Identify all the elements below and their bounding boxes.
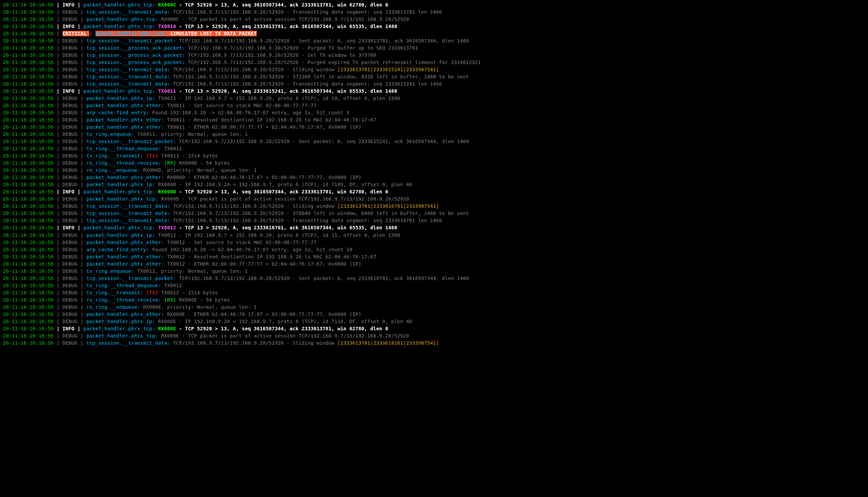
log-message: RX000D - ETHER b2:84:40:76:17:67 > 02:00…: [164, 175, 361, 180]
log-separator: |: [53, 218, 62, 223]
log-source: tx_ring.__transmit:: [86, 153, 143, 158]
log-message: RX000D - TCP packet is part of active se…: [158, 196, 409, 202]
log-source: tcp_session.__transmit_packet:: [86, 276, 176, 281]
log-timestamp: 20-11-16 20:16:56: [3, 283, 53, 288]
log-source: tcp_session.__transmit_data:: [86, 211, 170, 216]
log-line: 20-11-16 20:16:56 | DEBUG | packet_handl…: [3, 318, 865, 325]
log-line: 20-11-16 20:16:56 | DEBUG | tx_ring.enqu…: [3, 131, 865, 138]
log-separator: |: [80, 45, 86, 51]
log-separator: |: [80, 261, 86, 267]
log-line: 20-11-16 20:16:56 | DEBUG | packet_handl…: [3, 16, 865, 23]
log-source: tx_ring.enqueue:: [86, 268, 134, 274]
log-level: DEBUG: [63, 311, 80, 317]
log-separator: |: [80, 9, 86, 15]
ring-tag: [RX]: [164, 297, 176, 303]
log-message: RX000D - 54 bytes: [176, 160, 230, 166]
log-message: - TCP 13 > 52920, A, seq 2333613781, ack…: [176, 24, 397, 29]
log-line: 20-11-16 20:16:56 | INFO | packet_handle…: [3, 23, 865, 30]
log-level: DEBUG: [63, 45, 80, 51]
log-level: DEBUG: [63, 304, 80, 310]
packet-tag: TX0012: [158, 225, 176, 230]
log-level: INFO: [63, 326, 78, 331]
log-line: 20-11-16 20:16:56 | DEBUG | packet_handl…: [3, 311, 865, 318]
log-level: CRITICAL: [63, 31, 90, 36]
log-output[interactable]: 20-11-16 20:16:56 | INFO | packet_handle…: [3, 1, 865, 347]
log-separator: |: [80, 146, 86, 151]
log-source: rx_ring.__enqueue:: [86, 304, 140, 310]
log-message: TX0012, priorty: Normal, queue len: 1: [134, 268, 248, 274]
log-source: tcp_session.__process_ack_packet:: [86, 52, 185, 58]
log-separator: |: [53, 110, 62, 115]
log-source: tcp_session.__transmit_data:: [86, 340, 170, 346]
log-separator: |: [80, 247, 86, 252]
log-separator: |: [53, 81, 62, 87]
log-source: tcp_session.__transmit_data:: [86, 218, 170, 223]
log-separator: |: [53, 124, 62, 130]
log-message: RX000E - TCP packet is part of active se…: [158, 333, 409, 339]
packet-tag: RX000D: [158, 189, 176, 194]
log-source: tcp_session.__transmit_data:: [86, 81, 170, 87]
log-line: 20-11-16 20:16:56 | DEBUG | tx_ring.__th…: [3, 145, 865, 152]
log-source: rx_ring.__enqueue:: [86, 167, 140, 173]
log-separator: |: [53, 103, 62, 108]
log-source: packet_handler.phrx_tcp:: [86, 16, 158, 22]
log-timestamp: 20-11-16 20:16:56: [3, 167, 53, 173]
log-separator: |: [53, 326, 62, 331]
log-separator: |: [80, 297, 86, 303]
log-message: TX0011 - 1514 bytes: [158, 153, 218, 158]
log-timestamp: 20-11-16 20:16:56: [3, 160, 53, 166]
log-message: RX000E, priority: Normal, queue len: 1: [140, 304, 257, 310]
log-timestamp: 20-11-16 20:16:56: [3, 38, 53, 43]
log-line: 20-11-16 20:16:56 | DEBUG | tcp_session.…: [3, 203, 865, 210]
log-separator: |: [53, 189, 62, 194]
log-separator: |: [80, 110, 86, 115]
log-timestamp: 20-11-16 20:16:56: [3, 211, 53, 216]
log-level: DEBUG: [63, 95, 80, 101]
log-source: tcp_session.__transmit_data:: [86, 74, 170, 79]
log-separator: |: [80, 67, 86, 72]
log-level: DEBUG: [63, 9, 80, 15]
log-separator: |: [53, 38, 62, 43]
log-line: 20-11-16 20:16:56 | INFO | packet_handle…: [3, 1, 865, 9]
log-message: TX0011 - ETHER 02:00:00:77:77:77 > b2:84…: [164, 124, 361, 130]
log-level: DEBUG: [63, 182, 80, 187]
log-timestamp: 20-11-16 20:16:56: [3, 52, 53, 58]
log-line: 20-11-16 20:16:56 | DEBUG | packet_handl…: [3, 181, 865, 188]
log-level: DEBUG: [63, 153, 80, 158]
log-source: packet_handler.phtx_ether:: [86, 124, 164, 130]
log-line: 20-11-16 20:16:56 | DEBUG | packet_handl…: [3, 253, 865, 260]
log-timestamp: 20-11-16 20:16:56: [3, 146, 53, 151]
log-line: 20-11-16 20:16:56 | DEBUG | tx_ring.__tr…: [3, 289, 865, 296]
log-line: 20-11-16 20:16:56 | CRITICAL | packet_ha…: [3, 30, 865, 37]
log-level: DEBUG: [63, 196, 80, 202]
log-separator: |: [53, 333, 62, 339]
log-separator: |: [80, 304, 86, 310]
log-level: DEBUG: [63, 203, 80, 209]
log-separator: |: [53, 276, 62, 281]
log-timestamp: 20-11-16 20:16:56: [3, 45, 53, 51]
log-message: - TCP 52920 > 13, A, seq 3616507344, ack…: [176, 2, 388, 8]
log-separator: |: [53, 232, 62, 238]
log-level: DEBUG: [63, 319, 80, 324]
log-separator: |: [80, 124, 86, 130]
packet-tag: RX000C: [158, 2, 176, 8]
log-level: INFO: [63, 2, 78, 8]
log-separator: |: [80, 340, 86, 346]
log-separator: |: [80, 182, 86, 187]
log-separator: |: [53, 297, 62, 303]
log-timestamp: 20-11-16 20:16:56: [3, 67, 53, 72]
log-separator: |: [53, 211, 62, 216]
log-line: 20-11-16 20:16:56 | DEBUG | packet_handl…: [3, 232, 865, 239]
log-source: packet_handler.phrx_tcp:: [84, 2, 155, 8]
log-message: TX0011 - Resolved destiantion IP 192.168…: [164, 117, 376, 123]
log-separator: |: [80, 218, 86, 223]
log-timestamp: 20-11-16 20:16:56: [3, 103, 53, 108]
log-timestamp: 20-11-16 20:16:56: [3, 16, 53, 22]
log-timestamp: 20-11-16 20:16:56: [3, 24, 53, 29]
log-line: 20-11-16 20:16:56 | DEBUG | tcp_session.…: [3, 52, 865, 59]
log-line: 20-11-16 20:16:56 | DEBUG | tcp_session.…: [3, 275, 865, 282]
log-timestamp: 20-11-16 20:16:56: [3, 340, 53, 346]
log-separator: |: [80, 74, 86, 79]
log-separator: |: [80, 175, 86, 180]
log-level: DEBUG: [63, 340, 80, 346]
